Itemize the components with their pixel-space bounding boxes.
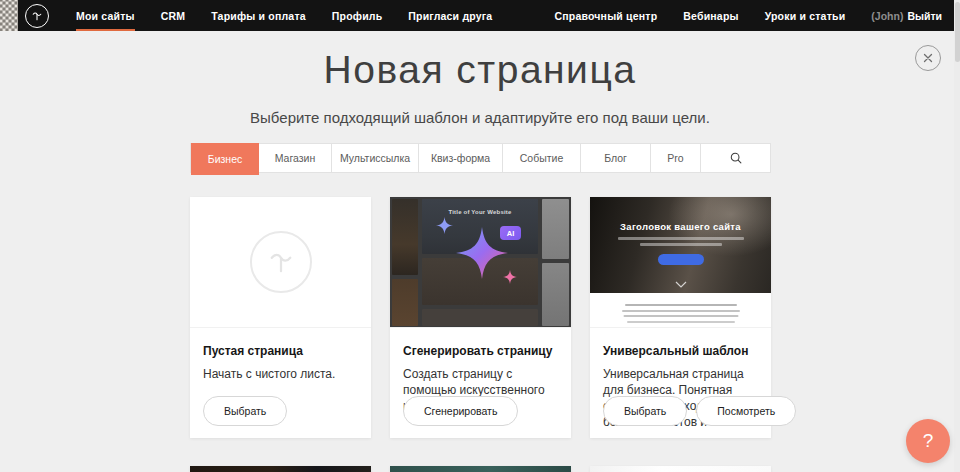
card-partial-preview	[190, 466, 371, 472]
template-category-tabs: Бизнес Магазин Мультиссылка Квиз-форма С…	[190, 143, 771, 173]
tab-event[interactable]: Событие	[503, 144, 581, 172]
card-actions: Выбрать Посмотреть	[603, 396, 796, 426]
ai-preview-collage: Title of Your Website	[390, 197, 571, 328]
nav-item-lessons[interactable]: Уроки и статьи	[752, 0, 859, 31]
card-actions: Выбрать	[203, 396, 287, 426]
collage-tile	[392, 199, 418, 275]
card-title: Универсальный шаблон	[603, 344, 758, 358]
collage-tile	[422, 309, 538, 326]
user-session: (John) Выйти	[858, 10, 942, 22]
tilda-watermark-circle	[250, 231, 312, 293]
template-hero-button	[658, 254, 704, 265]
tab-quiz-form[interactable]: Квиз-форма	[419, 144, 503, 172]
nav-item-crm[interactable]: CRM	[148, 0, 199, 31]
nav-item-tariffs[interactable]: Тарифы и оплата	[198, 0, 319, 31]
tilda-logo-icon	[30, 9, 44, 23]
nav-item-invite-friend[interactable]: Пригласи друга	[395, 0, 505, 31]
placeholder-line	[618, 237, 744, 240]
nav-item-webinars[interactable]: Вебинары	[670, 0, 751, 31]
card-title: Сгенерировать страницу	[403, 344, 558, 358]
page-background-pattern	[0, 0, 18, 31]
page-title: Новая страница	[0, 48, 960, 92]
card-blank-page: Пустая страница Начать с чистого листа. …	[190, 197, 371, 438]
generate-button[interactable]: Сгенерировать	[403, 396, 518, 426]
template-hero-heading: Заголовок вашего сайта	[590, 221, 771, 232]
secondary-nav: Справочный центр Вебинары Уроки и статьи…	[541, 0, 954, 31]
help-button[interactable]: ?	[906, 419, 950, 463]
card-partial-preview	[390, 466, 571, 472]
ai-sparkle-small-icon	[436, 217, 453, 234]
tab-blog[interactable]: Блог	[581, 144, 651, 172]
choose-blank-button[interactable]: Выбрать	[203, 396, 287, 426]
template-card-row-2	[190, 466, 771, 472]
search-icon	[729, 151, 743, 165]
tab-shop[interactable]: Магазин	[259, 144, 332, 172]
tilda-logo[interactable]	[25, 4, 49, 28]
placeholder-line	[640, 243, 722, 246]
card-ai-generate: Title of Your Website	[390, 197, 571, 438]
card-partial[interactable]	[390, 466, 571, 472]
card-actions: Сгенерировать	[403, 396, 518, 426]
card-body: Универсальный шаблон Универсальная стран…	[590, 328, 771, 438]
app-window: Мои сайты CRM Тарифы и оплата Профиль Пр…	[0, 0, 960, 472]
card-universal-template: Заголовок вашего сайта Универсальный ша	[590, 197, 771, 438]
collage-caption: Title of Your Website	[422, 209, 538, 215]
tab-pro[interactable]: Pro	[651, 144, 701, 172]
card-title: Пустая страница	[203, 344, 358, 358]
template-card-row: Пустая страница Начать с чистого листа. …	[190, 197, 771, 438]
chevron-down-icon	[675, 281, 687, 288]
nav-item-profile[interactable]: Профиль	[319, 0, 396, 31]
preview-template-button[interactable]: Посмотреть	[696, 396, 796, 426]
ai-sparkle-small-icon	[503, 270, 517, 284]
card-body: Пустая страница Начать с чистого листа. …	[190, 328, 371, 438]
card-partial[interactable]	[190, 466, 371, 472]
collage-tile	[542, 199, 569, 259]
placeholder-line	[625, 304, 737, 306]
nav-item-help-center[interactable]: Справочный центр	[541, 0, 670, 31]
card-partial-preview	[590, 466, 771, 472]
template-hero: Заголовок вашего сайта	[590, 197, 771, 293]
search-tab[interactable]	[701, 144, 770, 172]
placeholder-line	[622, 310, 740, 312]
template-text-block	[590, 293, 771, 328]
user-name: (John)	[871, 10, 903, 22]
choose-template-button[interactable]: Выбрать	[603, 396, 687, 426]
blank-page-preview	[190, 197, 371, 328]
top-navigation-bar: Мои сайты CRM Тарифы и оплата Профиль Пр…	[18, 0, 954, 31]
collage-tile	[542, 263, 569, 326]
card-description: Начать с чистого листа.	[203, 366, 358, 382]
ai-badge: AI	[500, 226, 521, 240]
collage-tile	[392, 279, 418, 326]
tab-business[interactable]: Бизнес	[191, 143, 259, 175]
card-body: Сгенерировать страницу Создать страницу …	[390, 328, 571, 438]
primary-nav: Мои сайты CRM Тарифы и оплата Профиль Пр…	[63, 0, 505, 31]
tab-multilink[interactable]: Мультиссылка	[332, 144, 419, 172]
logout-link[interactable]: Выйти	[907, 10, 942, 22]
tilda-watermark-icon	[264, 245, 298, 279]
card-partial[interactable]	[590, 466, 771, 472]
universal-template-preview: Заголовок вашего сайта	[590, 197, 771, 328]
placeholder-line	[623, 315, 738, 317]
nav-item-my-sites[interactable]: Мои сайты	[63, 0, 148, 31]
placeholder-line	[627, 321, 735, 323]
page-subtitle: Выберите подходящий шаблон и адаптируйте…	[0, 109, 960, 126]
